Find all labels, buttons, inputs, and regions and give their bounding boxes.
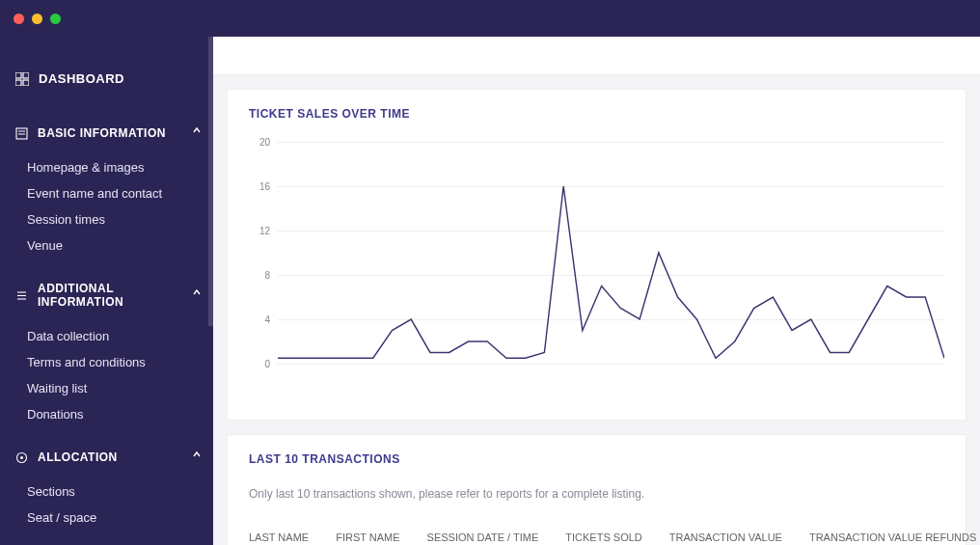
chevron-up-icon bbox=[192, 124, 202, 138]
sidebar-item-seat-space[interactable]: Seat / space bbox=[0, 504, 213, 531]
sidebar-item-label: Event name and contact bbox=[27, 186, 162, 201]
card-subtitle: Only last 10 transactions shown, please … bbox=[249, 487, 944, 501]
sidebar-section-basic-information: BASIC INFORMATION Homepage & images Even… bbox=[0, 113, 213, 268]
sidebar-section-header[interactable]: BASIC INFORMATION bbox=[0, 113, 213, 150]
table-header-tickets-sold[interactable]: TICKETS SOLD bbox=[565, 531, 641, 543]
window-minimize-dot[interactable] bbox=[32, 14, 42, 24]
sidebar-item-label: Data collection bbox=[27, 329, 109, 343]
card-title: LAST 10 TRANSACTIONS bbox=[249, 452, 944, 466]
sidebar-item-waiting-list[interactable]: Waiting list bbox=[0, 375, 213, 401]
sidebar-section-ticketing: TICKETING Pricing group (ticket prices) … bbox=[0, 540, 213, 545]
svg-rect-2 bbox=[15, 80, 21, 86]
svg-rect-1 bbox=[23, 72, 29, 78]
grid-line bbox=[278, 364, 944, 365]
window-close-dot[interactable] bbox=[14, 14, 24, 24]
sidebar: DASHBOARD BASIC INFORMATION Homepage & i… bbox=[0, 37, 213, 545]
table-header-session-date-time[interactable]: SESSION DATE / TIME bbox=[427, 531, 539, 543]
sidebar-item-label: Donations bbox=[27, 407, 84, 422]
chart: 048121620 bbox=[249, 142, 944, 393]
sidebar-section-header[interactable]: ALLOCATION bbox=[0, 437, 213, 474]
table-header-transaction-value[interactable]: TRANSACTION VALUE bbox=[669, 531, 782, 543]
sidebar-item-sections[interactable]: Sections bbox=[0, 478, 213, 504]
sidebar-item-donations[interactable]: Donations bbox=[0, 401, 213, 427]
table-header-row: LAST NAME FIRST NAME SESSION DATE / TIME… bbox=[249, 524, 944, 545]
sidebar-item-venue[interactable]: Venue bbox=[0, 232, 213, 259]
chevron-up-icon bbox=[192, 286, 202, 300]
app-body: DASHBOARD BASIC INFORMATION Homepage & i… bbox=[0, 37, 980, 545]
chevron-up-icon bbox=[192, 449, 202, 462]
y-tick-label: 0 bbox=[264, 359, 270, 369]
sidebar-section-label: BASIC INFORMATION bbox=[38, 126, 166, 140]
chart-y-axis: 048121620 bbox=[249, 142, 276, 364]
sidebar-item-label: Homepage & images bbox=[27, 160, 144, 175]
sidebar-item-label: Terms and conditions bbox=[27, 355, 146, 369]
dashboard-icon bbox=[15, 72, 29, 86]
sidebar-item-label: Sections bbox=[27, 484, 75, 499]
top-bar bbox=[213, 37, 980, 75]
list-icon bbox=[15, 289, 28, 302]
sidebar-section-label: ADDITIONAL INFORMATION bbox=[38, 282, 198, 309]
sidebar-item-label: Venue bbox=[27, 238, 63, 253]
sidebar-item-terms-conditions[interactable]: Terms and conditions bbox=[0, 349, 213, 375]
sidebar-section-header[interactable]: ADDITIONAL INFORMATION bbox=[0, 268, 213, 318]
window-maximize-dot[interactable] bbox=[50, 14, 61, 24]
sidebar-item-dashboard[interactable]: DASHBOARD bbox=[0, 71, 213, 113]
table-header-last-name[interactable]: LAST NAME bbox=[249, 531, 309, 543]
document-icon bbox=[15, 127, 28, 140]
sidebar-item-data-collection[interactable]: Data collection bbox=[0, 323, 213, 349]
sidebar-item-label: Session times bbox=[27, 212, 105, 227]
sidebar-item-label: DASHBOARD bbox=[39, 71, 124, 86]
sidebar-item-event-name-contact[interactable]: Event name and contact bbox=[0, 180, 213, 206]
sidebar-section-header[interactable]: TICKETING bbox=[0, 540, 213, 545]
sidebar-item-label: Seat / space bbox=[27, 510, 96, 525]
table-header-transaction-value-refunds[interactable]: TRANSACTION VALUE REFUNDS bbox=[809, 531, 976, 543]
main-inner: TICKET SALES OVER TIME 048121620 LAST 10… bbox=[213, 75, 980, 545]
sidebar-item-label: Waiting list bbox=[27, 381, 87, 395]
table-header-first-name[interactable]: FIRST NAME bbox=[336, 531, 399, 543]
svg-point-11 bbox=[20, 456, 23, 459]
chart-svg bbox=[278, 142, 944, 364]
y-tick-label: 16 bbox=[259, 181, 270, 192]
card-title: TICKET SALES OVER TIME bbox=[249, 107, 944, 121]
sidebar-item-session-times[interactable]: Session times bbox=[0, 206, 213, 232]
y-tick-label: 8 bbox=[264, 270, 270, 281]
chart-card: TICKET SALES OVER TIME 048121620 bbox=[227, 89, 966, 421]
allocation-icon bbox=[15, 451, 28, 464]
svg-rect-3 bbox=[23, 80, 29, 86]
sidebar-item-homepage-images[interactable]: Homepage & images bbox=[0, 154, 213, 180]
sidebar-subnav: Homepage & images Event name and contact… bbox=[0, 150, 213, 268]
y-tick-label: 4 bbox=[264, 314, 270, 325]
sidebar-section-additional-information: ADDITIONAL INFORMATION Data collection T… bbox=[0, 268, 213, 437]
chart-line-path bbox=[278, 186, 944, 358]
transactions-card: LAST 10 TRANSACTIONS Only last 10 transa… bbox=[227, 434, 966, 545]
main-content: TICKET SALES OVER TIME 048121620 LAST 10… bbox=[213, 37, 980, 545]
sidebar-subnav: Data collection Terms and conditions Wai… bbox=[0, 318, 213, 437]
sidebar-subnav: Sections Seat / space bbox=[0, 474, 213, 540]
sidebar-section-allocation: ALLOCATION Sections Seat / space bbox=[0, 437, 213, 540]
y-tick-label: 20 bbox=[259, 137, 270, 148]
chart-plot-area bbox=[278, 142, 944, 364]
sidebar-section-label: ALLOCATION bbox=[38, 450, 118, 464]
window-chrome bbox=[0, 0, 980, 37]
y-tick-label: 12 bbox=[259, 226, 270, 236]
svg-rect-0 bbox=[15, 72, 21, 78]
